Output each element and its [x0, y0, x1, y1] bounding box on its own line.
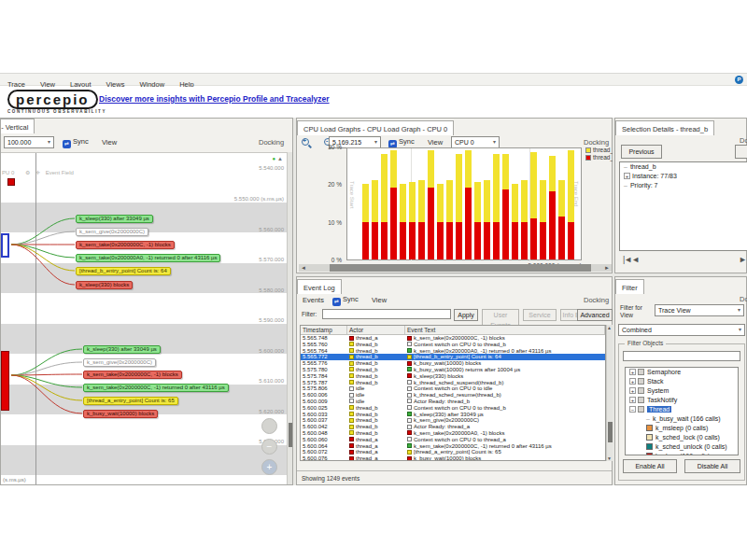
pan-up-button[interactable]	[261, 418, 277, 434]
event-row[interactable]: 5.600.033thread_bk_sleep(330) after 3304…	[301, 412, 605, 418]
expand-icon[interactable]: −	[629, 406, 636, 413]
tab-trace-view-vertical[interactable]: Trace View - Vertical	[0, 119, 35, 133]
event-row[interactable]: 5.600.064thread_ak_sem_take(0x2000000C, …	[301, 443, 605, 450]
promo-link[interactable]: Discover more insights with Percepio Pro…	[99, 94, 330, 104]
event-flag[interactable]: k_sem_give(0x2000000C)	[83, 358, 156, 367]
percepio-account-icon[interactable]: P	[735, 76, 743, 84]
log-view-menu[interactable]: View	[372, 296, 387, 304]
filter-tree-group[interactable]: +Stack	[626, 377, 738, 386]
filter-tree-group[interactable]: +Semaphore	[626, 368, 738, 377]
trace-docking-label[interactable]: Docking	[259, 138, 284, 147]
column-header-c-actor[interactable]: Actor	[347, 326, 405, 334]
log-docking-label[interactable]: Docking	[584, 296, 609, 304]
filter-tree-item[interactable]: –k_busy_wait (166 calls)	[626, 414, 738, 424]
event-flag[interactable]: k_sleep(330) after 33049 µs	[76, 215, 153, 223]
next-button[interactable]: Next	[735, 145, 747, 159]
tab-filter[interactable]: Filter	[615, 279, 644, 294]
filter-docking-label[interactable]: Docking	[740, 295, 747, 303]
tab-selection-details[interactable]: Selection Details - thread_b	[615, 120, 714, 135]
column-header-c-text[interactable]: Event Text	[405, 326, 605, 334]
event-flag[interactable]: k_sem_take(0x2000000C, -1) blocks	[76, 241, 175, 249]
scrollbar-thumb[interactable]	[330, 264, 591, 272]
tab-cpu-load-graphs[interactable]: CPU Load Graphs - CPU Load Graph - CPU 0	[297, 120, 454, 135]
group-checkbox-icon[interactable]	[638, 406, 644, 413]
expand-icon[interactable]: +	[629, 378, 636, 385]
event-row[interactable]: 5.600.006idlek_thread_sched_resume(threa…	[301, 392, 605, 399]
gear-icon[interactable]: ⚙	[25, 170, 30, 175]
event-row[interactable]: 5.565.748thread_ak_sem_take(0x2000000C, …	[301, 335, 605, 342]
event-row[interactable]: 5.600.025thread_bContext switch on CPU 0…	[301, 405, 605, 412]
column-header-c-ts[interactable]: Timestamp	[301, 326, 347, 334]
event-flag[interactable]: [thread_a_entry_point] Count is: 65	[83, 397, 178, 405]
collapse-triangle-icon[interactable]: ▲	[277, 156, 283, 161]
disable-all-button[interactable]: Disable All	[684, 459, 740, 473]
expand-icon[interactable]: +	[629, 397, 636, 403]
filter-objects-tree[interactable]: +Semaphore+Stack+System+TaskNotify−Threa…	[625, 367, 739, 455]
expand-icon[interactable]: +	[629, 369, 636, 375]
event-flag[interactable]: k_sem_take(0x200000A0, -1) returned 0 af…	[76, 254, 220, 262]
event-flag[interactable]: k_sleep(330) after 33049 µs	[83, 345, 161, 354]
trace-vertical-scrollbar[interactable]	[287, 152, 293, 484]
previous-button[interactable]: Previous	[621, 145, 662, 159]
filter-for-view-combo[interactable]: Trace View▾	[655, 304, 744, 316]
advanced-button[interactable]: Advanced	[577, 309, 613, 321]
event-row[interactable]: 5.565.764thread_bk_sem_take(0x200000A0, …	[301, 348, 605, 355]
group-checkbox-icon[interactable]	[638, 378, 644, 385]
trace-sync-toggle[interactable]: ⇄ Sync	[63, 137, 89, 148]
event-row[interactable]: 5.600.072thread_a[thread_a_entry_point] …	[301, 449, 605, 455]
event-row[interactable]: 5.565.772thread_b[thread_b_entry_point] …	[301, 354, 605, 360]
tab-event-log[interactable]: Event Log	[297, 279, 342, 294]
event-flag[interactable]: k_sem_take(0x2000000C, -1) blocks	[83, 371, 182, 379]
events-menu[interactable]: Events	[303, 296, 324, 304]
trace-view-menu[interactable]: View	[102, 138, 117, 147]
event-flag[interactable]: k_busy_wait(10000) blocks	[83, 410, 158, 418]
event-row[interactable]: 5.600.037thread_bk_sem_give(0x2000000C)	[301, 417, 605, 424]
event-row[interactable]: 5.575.780thread_bk_busy_wait(10000) retu…	[301, 367, 605, 373]
event-flag[interactable]: [thread_b_entry_point] Count is: 64	[76, 267, 171, 275]
filter-tree-item[interactable]: k_sched_unlock (0 calls)	[626, 442, 738, 452]
group-checkbox-icon[interactable]	[638, 387, 644, 394]
service-button[interactable]: Service	[523, 309, 557, 321]
event-row[interactable]: 5.575.784thread_bk_sleep(330) blocks	[301, 373, 605, 380]
event-row[interactable]: 5.575.787thread_bk_thread_sched_suspend(…	[301, 380, 605, 386]
expand-icon[interactable]: +	[629, 387, 636, 394]
zoom-in-button[interactable]: +	[261, 459, 277, 475]
cpu-view-menu[interactable]: View	[428, 138, 443, 147]
selection-docking-label[interactable]: Docking	[740, 136, 747, 145]
filter-tree-group[interactable]: +TaskNotify	[626, 396, 738, 405]
event-row[interactable]: 5.565.760thread_bContext switch on CPU 0…	[301, 342, 605, 348]
event-row[interactable]: 5.600.076thread_ak_busy_wait(10000) bloc…	[301, 455, 605, 461]
combined-combo[interactable]: Combined▾	[618, 324, 745, 336]
selection-tree[interactable]: –thread_b+Instance: 77/83–Priority: 7	[619, 161, 747, 251]
filter-tree-group[interactable]: −Thread	[626, 405, 738, 414]
event-log-scrollbar[interactable]: ▲ ▼	[606, 325, 613, 461]
scroll-up-icon[interactable]: ▲	[607, 325, 612, 330]
trace-zoom-combo[interactable]: 100.000▾	[4, 136, 54, 148]
event-row[interactable]: 5.575.806idleContext switch on CPU 0 to …	[301, 385, 605, 392]
filter-tree-item[interactable]: k_msleep (0 calls)	[626, 424, 738, 433]
zoom-in-icon[interactable]	[302, 138, 309, 146]
event-flag[interactable]: k_sem_give(0x2000000C)	[76, 228, 148, 236]
execution-segment-running[interactable]	[1, 351, 9, 411]
scrollbar-thumb[interactable]	[289, 423, 293, 447]
zoom-out-button[interactable]: −	[261, 439, 277, 455]
last-instance-icon[interactable]: ►►|	[739, 255, 747, 264]
scrollbar-thumb[interactable]	[608, 422, 613, 442]
trace-canvas[interactable]: ● ▲ PU 0 ⚙ ✛ Event Field thread_a (s.ms.…	[1, 152, 287, 484]
event-flag[interactable]: k_sleep(330) blocks	[76, 281, 133, 289]
cpu-horizontal-scrollbar[interactable]: ◄ ►	[299, 264, 612, 272]
scroll-right-icon[interactable]: ►	[604, 264, 610, 272]
enable-all-button[interactable]: Enable All	[623, 459, 677, 473]
group-checkbox-icon[interactable]	[638, 369, 644, 375]
apply-button[interactable]: Apply	[454, 309, 478, 321]
first-instance-icon[interactable]: |◄◄	[623, 255, 639, 264]
event-row[interactable]: 5.600.048thread_bk_sem_take(0x200000A0, …	[301, 430, 605, 437]
event-row[interactable]: 5.600.060thread_aContext switch on CPU 0…	[301, 437, 605, 443]
scroll-left-icon[interactable]: ◄	[301, 264, 306, 272]
cpu-load-chart[interactable]: Trace Start Trace End	[346, 147, 582, 260]
selection-tree-item[interactable]: –thread_b	[620, 162, 747, 172]
selection-tree-item[interactable]: +Instance: 77/83	[620, 172, 747, 181]
event-row[interactable]: 5.565.776thread_bk_busy_wait(10000) bloc…	[301, 360, 605, 367]
cpu-docking-label[interactable]: Docking	[584, 138, 609, 147]
filter-tree-item[interactable]: k_sleep (166 calls)	[626, 452, 738, 455]
